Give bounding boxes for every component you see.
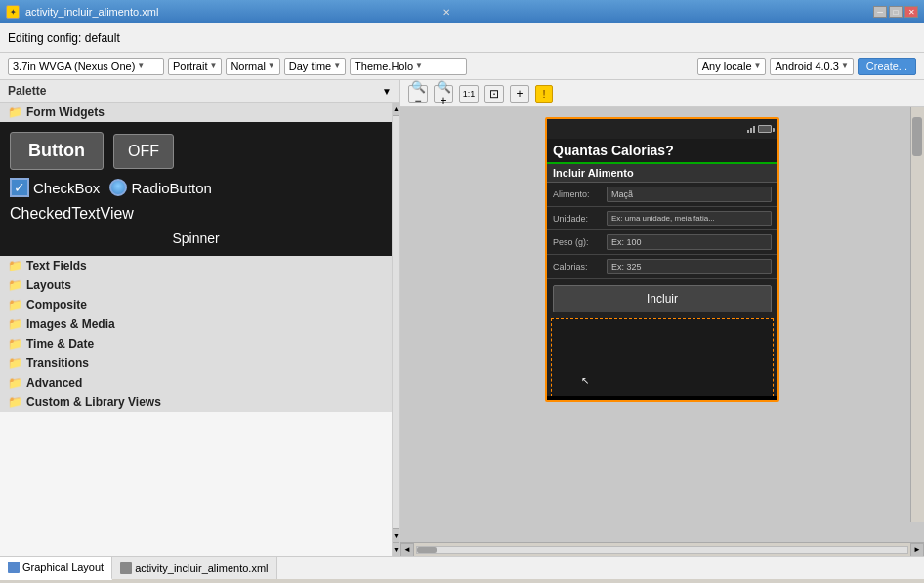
form-widgets-header[interactable]: 📁 Form Widgets bbox=[0, 103, 392, 122]
warning-icon: ! bbox=[542, 88, 545, 100]
images-media-header[interactable]: 📁 Images & Media bbox=[0, 314, 392, 334]
tab-xml[interactable]: activity_incluir_alimento.xml bbox=[112, 557, 276, 579]
preview-scrollbar[interactable] bbox=[910, 107, 924, 522]
palette-scroll-down[interactable]: ▼ bbox=[393, 542, 399, 556]
palette-scroll-up[interactable]: ▲ bbox=[393, 103, 399, 116]
custom-library-header[interactable]: 📁 Custom & Library Views bbox=[0, 393, 392, 412]
field-value-unidade[interactable]: Ex: uma unidade, meia fatia... bbox=[607, 211, 772, 226]
tab-graphical-layout[interactable]: Graphical Layout bbox=[0, 557, 112, 580]
zoom-in-button[interactable]: 🔍+ bbox=[434, 85, 453, 103]
widget-toggle[interactable]: OFF bbox=[113, 134, 174, 169]
advanced-section: 📁 Advanced bbox=[0, 373, 392, 393]
tab-graphical-label: Graphical Layout bbox=[22, 562, 104, 573]
images-media-section: 📁 Images & Media bbox=[0, 314, 392, 334]
widget-spinner[interactable]: Spinner bbox=[10, 230, 382, 246]
locale-dropdown[interactable]: Any locale ▼ bbox=[697, 58, 767, 75]
time-dropdown[interactable]: Day time ▼ bbox=[284, 58, 346, 75]
transitions-section: 📁 Transitions bbox=[0, 354, 392, 373]
phone-section-header: Incluir Alimento bbox=[547, 164, 777, 183]
widget-radiobutton[interactable]: RadioButton bbox=[109, 179, 212, 196]
orientation-dropdown[interactable]: Portrait ▼ bbox=[168, 58, 222, 75]
phone-incluir-button[interactable]: Incluir bbox=[553, 285, 772, 312]
hscroll-left-button[interactable]: ◄ bbox=[400, 543, 414, 557]
layouts-header[interactable]: 📁 Layouts bbox=[0, 275, 392, 295]
palette-content-area: 📁 Form Widgets Button OFF ✓ CheckBox bbox=[0, 103, 399, 556]
signal-bar-1 bbox=[747, 130, 749, 133]
android-dropdown[interactable]: Android 4.0.3 ▼ bbox=[770, 58, 853, 75]
signal-bar-3 bbox=[753, 126, 755, 133]
phone-field-unidade: Unidade: Ex: uma unidade, meia fatia... bbox=[547, 207, 777, 230]
preview-scroll-thumb[interactable] bbox=[912, 117, 922, 156]
create-button[interactable]: Create... bbox=[858, 58, 916, 75]
phone-title-bar: Quantas Calorias? bbox=[547, 139, 777, 164]
editing-config-label: Editing config: default bbox=[8, 31, 120, 45]
transitions-folder-icon: 📁 bbox=[8, 356, 22, 370]
time-date-header[interactable]: 📁 Time & Date bbox=[0, 334, 392, 354]
fw-row-1: Button OFF bbox=[10, 132, 382, 170]
mode-dropdown-arrow: ▼ bbox=[268, 62, 275, 70]
hscroll-thumb[interactable] bbox=[417, 547, 437, 553]
folder-icon: 📁 bbox=[8, 105, 22, 119]
field-label-unidade: Unidade: bbox=[553, 214, 607, 224]
configuration-toolbar: 3.7in WVGA (Nexus One) ▼ Portrait ▼ Norm… bbox=[0, 53, 924, 80]
preview-hscrollbar: ◄ ► bbox=[400, 542, 924, 556]
zoom-fit-button[interactable]: ⊡ bbox=[484, 85, 504, 103]
fw-row-2: ✓ CheckBox RadioButton bbox=[10, 178, 382, 197]
field-value-calorias[interactable]: Ex: 325 bbox=[607, 259, 772, 274]
close-tab-icon[interactable]: ✕ bbox=[442, 7, 450, 18]
radio-icon bbox=[109, 179, 127, 196]
text-fields-folder-icon: 📁 bbox=[8, 259, 22, 272]
maximize-button[interactable]: □ bbox=[889, 6, 903, 18]
minimize-button[interactable]: ─ bbox=[873, 6, 887, 18]
phone-field-peso: Peso (g): Ex: 100 bbox=[547, 230, 777, 255]
theme-dropdown[interactable]: Theme.Holo ▼ bbox=[350, 58, 467, 75]
form-widgets-area: Button OFF ✓ CheckBox RadioButton bbox=[0, 122, 392, 256]
transitions-header[interactable]: 📁 Transitions bbox=[0, 354, 392, 373]
palette-header: Palette ▼ bbox=[0, 80, 399, 103]
zoom-plus-icon: + bbox=[516, 87, 523, 101]
palette-panel: Palette ▼ 📁 Form Widgets Button OFF bbox=[0, 80, 400, 556]
phone-section-title: Incluir Alimento bbox=[553, 167, 772, 179]
palette-scrollbar[interactable]: ▲ ▼ ▼ bbox=[392, 103, 399, 556]
composite-header[interactable]: 📁 Composite bbox=[0, 295, 392, 314]
phone-empty-area: ↖ bbox=[551, 318, 774, 396]
preview-toolbar: 🔍− 🔍+ 1:1 ⊡ + ! bbox=[400, 80, 924, 107]
zoom-100-icon: 1:1 bbox=[463, 89, 476, 99]
checkbox-icon: ✓ bbox=[10, 178, 29, 197]
widget-button[interactable]: Button bbox=[10, 132, 104, 170]
field-label-alimento: Alimento: bbox=[553, 189, 607, 199]
text-fields-header[interactable]: 📁 Text Fields bbox=[0, 256, 392, 275]
zoom-out-button[interactable]: 🔍− bbox=[408, 85, 428, 103]
widget-checkbox[interactable]: ✓ CheckBox bbox=[10, 178, 100, 197]
form-widgets-section: 📁 Form Widgets Button OFF ✓ CheckBox bbox=[0, 103, 392, 256]
composite-folder-icon: 📁 bbox=[8, 298, 22, 312]
bottom-tab-bar: Graphical Layout activity_incluir_alimen… bbox=[0, 556, 924, 579]
hscroll-right-button[interactable]: ► bbox=[910, 543, 924, 557]
palette-menu-button[interactable]: ▼ bbox=[382, 86, 392, 97]
window-close-button[interactable]: ✕ bbox=[904, 6, 918, 18]
device-dropdown[interactable]: 3.7in WVGA (Nexus One) ▼ bbox=[8, 58, 164, 75]
advanced-header[interactable]: 📁 Advanced bbox=[0, 373, 392, 393]
zoom-plus-button[interactable]: + bbox=[510, 85, 529, 103]
layouts-section: 📁 Layouts bbox=[0, 275, 392, 295]
field-label-peso: Peso (g): bbox=[553, 237, 607, 247]
locale-dropdown-arrow: ▼ bbox=[754, 62, 762, 70]
layouts-folder-icon: 📁 bbox=[8, 278, 22, 292]
signal-bar-2 bbox=[750, 128, 752, 133]
zoom-100-button[interactable]: 1:1 bbox=[459, 85, 479, 103]
field-value-peso[interactable]: Ex: 100 bbox=[607, 234, 772, 250]
time-dropdown-arrow: ▼ bbox=[333, 62, 341, 70]
mode-dropdown[interactable]: Normal ▼ bbox=[226, 58, 279, 75]
text-fields-section: 📁 Text Fields bbox=[0, 256, 392, 275]
field-value-alimento[interactable]: Maçã bbox=[607, 187, 772, 202]
fw-row-4: Spinner bbox=[10, 230, 382, 246]
palette-scroll-down-mid[interactable]: ▼ bbox=[393, 528, 399, 542]
palette-inner: 📁 Form Widgets Button OFF ✓ CheckBox bbox=[0, 103, 392, 556]
signal-icon bbox=[747, 125, 755, 133]
window-controls[interactable]: ─ □ ✕ bbox=[873, 6, 918, 18]
palette-scroll-track bbox=[393, 116, 399, 528]
title-bar: ✦ activity_incluir_alimento.xml ✕ ─ □ ✕ bbox=[0, 0, 924, 23]
hscroll-track[interactable] bbox=[416, 546, 908, 554]
theme-dropdown-arrow: ▼ bbox=[415, 62, 423, 70]
widget-checkedtextview[interactable]: CheckedTextView bbox=[10, 205, 134, 223]
